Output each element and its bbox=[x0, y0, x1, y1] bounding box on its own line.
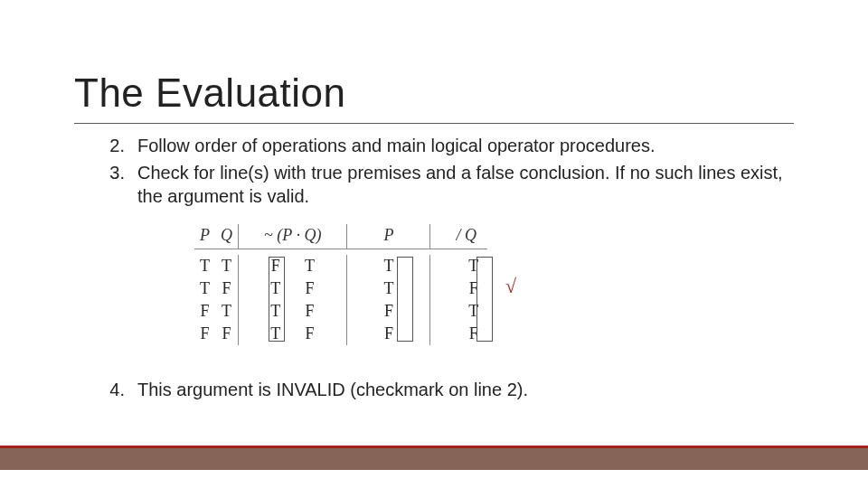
cell-conclQ: F bbox=[430, 323, 487, 345]
cell-P: T bbox=[194, 255, 215, 277]
list-number: 4. bbox=[99, 380, 125, 400]
cell-P: F bbox=[194, 300, 215, 323]
cell-neg: T bbox=[239, 277, 293, 300]
cell-Q: F bbox=[215, 277, 239, 300]
cell-conclQ: T bbox=[430, 300, 487, 323]
cell-Q: T bbox=[215, 300, 239, 323]
checkmark-icon: √ bbox=[505, 275, 516, 298]
list-text: Follow order of operations and main logi… bbox=[137, 134, 787, 157]
list-item: 4. This argument is INVALID (checkmark o… bbox=[99, 380, 787, 400]
cell-conj: F bbox=[293, 277, 347, 300]
cell-Q: T bbox=[215, 255, 239, 277]
list-number: 2. bbox=[99, 134, 125, 157]
cell-P2: F bbox=[347, 323, 430, 345]
numbered-list: 2. Follow order of operations and main l… bbox=[99, 134, 787, 211]
cell-conclQ: F bbox=[430, 277, 487, 300]
cell-conj: F bbox=[293, 300, 347, 323]
cell-conj: F bbox=[293, 323, 347, 345]
cell-P2: F bbox=[347, 300, 430, 323]
cell-neg: F bbox=[239, 255, 293, 277]
table-row: F T T F F T bbox=[194, 300, 487, 323]
truth-table: P Q ~ (P · Q) P / Q T T F T T T T F T F … bbox=[194, 224, 487, 345]
list-item: 3. Check for line(s) with true premises … bbox=[99, 161, 787, 208]
cell-Q: F bbox=[215, 323, 239, 345]
cell-P2: T bbox=[347, 255, 430, 277]
cell-P2: T bbox=[347, 277, 430, 300]
list-text: This argument is INVALID (checkmark on l… bbox=[137, 380, 787, 400]
table-header-row: P Q ~ (P · Q) P / Q bbox=[194, 224, 487, 249]
table-row: T T F T T T bbox=[194, 255, 487, 277]
list-item: 2. Follow order of operations and main l… bbox=[99, 134, 787, 157]
cell-conclQ: T bbox=[430, 255, 487, 277]
title-underline bbox=[74, 123, 794, 124]
slide: The Evaluation 2. Follow order of operat… bbox=[0, 0, 868, 488]
truth-table-grid: P Q ~ (P · Q) P / Q T T F T T T T F T F … bbox=[194, 224, 487, 345]
footer-bar bbox=[0, 448, 868, 470]
table-row: T F T F T F bbox=[194, 277, 487, 300]
list-number: 3. bbox=[99, 161, 125, 208]
list-text: Check for line(s) with true premises and… bbox=[137, 161, 787, 208]
col-header-neg: ~ (P · Q) bbox=[239, 224, 347, 249]
table-row: F F T F F F bbox=[194, 323, 487, 345]
cell-conj: T bbox=[293, 255, 347, 277]
col-header-P: P bbox=[194, 224, 215, 249]
col-header-Q: Q bbox=[215, 224, 239, 249]
page-title: The Evaluation bbox=[74, 70, 346, 116]
cell-neg: T bbox=[239, 300, 293, 323]
col-header-conclQ: / Q bbox=[430, 224, 487, 249]
cell-P: T bbox=[194, 277, 215, 300]
cell-P: F bbox=[194, 323, 215, 345]
cell-neg: T bbox=[239, 323, 293, 345]
col-header-P2: P bbox=[347, 224, 430, 249]
